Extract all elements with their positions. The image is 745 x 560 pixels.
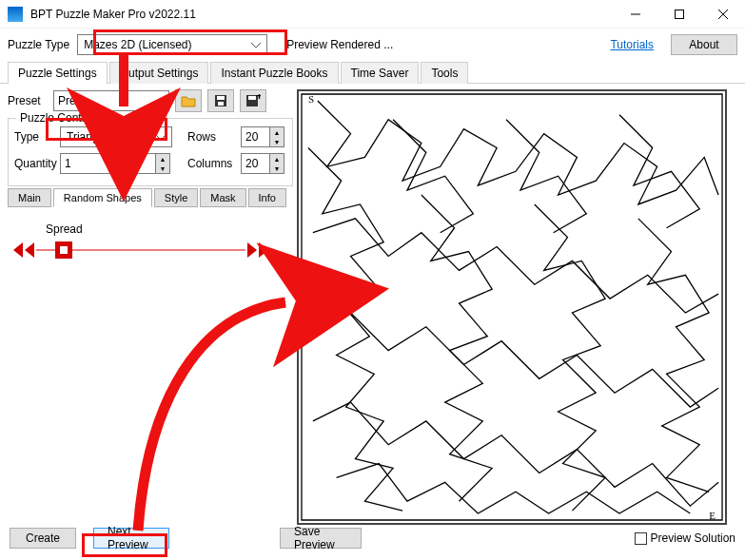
tutorials-link[interactable]: Tutorials: [610, 38, 654, 51]
maze-svg: [299, 91, 725, 523]
rows-spinner[interactable]: ▲▼: [241, 126, 284, 147]
svg-rect-1: [676, 10, 684, 18]
maze-end-label: E: [709, 510, 716, 521]
main-tabstrip: Puzzle Settings Output Settings Instant …: [0, 61, 745, 84]
puzzle-control-group: Puzzle Control Type Triangulation Rows ▲…: [8, 118, 293, 186]
spread-slider[interactable]: [8, 236, 274, 264]
svg-rect-5: [217, 96, 225, 100]
puzzle-type-label: Puzzle Type: [8, 38, 69, 51]
maze-preview: S E: [297, 89, 727, 525]
up-arrow-icon[interactable]: ▲: [270, 127, 284, 137]
next-preview-button[interactable]: Next Preview: [93, 528, 169, 549]
quantity-spinner[interactable]: ▲▼: [60, 153, 172, 174]
chevron-down-icon: [156, 130, 166, 144]
folder-icon: [181, 94, 196, 107]
down-arrow-icon[interactable]: ▼: [270, 137, 284, 146]
subtab-info[interactable]: Info: [248, 188, 286, 207]
up-arrow-icon[interactable]: ▲: [270, 154, 284, 164]
sub-tabstrip: Main Random Shapes Style Mask Info: [8, 188, 293, 207]
maze-start-label: S: [308, 93, 314, 105]
save-preset-button[interactable]: [207, 89, 234, 112]
tab-output-settings[interactable]: Output Settings: [109, 62, 209, 84]
close-button[interactable]: [701, 0, 745, 28]
subtab-random-shapes[interactable]: Random Shapes: [53, 188, 152, 207]
down-arrow-icon[interactable]: ▼: [156, 164, 169, 173]
preview-status-label: Preview Rendered ...: [286, 38, 393, 51]
window-title: BPT Puzzle Maker Pro v2022.11: [30, 8, 614, 21]
save-plus-icon: +: [245, 94, 261, 107]
type-value: Triangulation: [67, 130, 132, 144]
columns-spinner[interactable]: ▲▼: [241, 153, 284, 174]
down-arrow-icon[interactable]: ▼: [270, 164, 284, 173]
preview-solution-checkbox[interactable]: Preview Solution: [635, 531, 735, 545]
svg-rect-8: [248, 96, 256, 100]
columns-label: Columns: [187, 157, 235, 170]
maximize-button[interactable]: [657, 0, 701, 28]
puzzle-control-legend: Puzzle Control: [16, 111, 98, 125]
save-as-preset-button[interactable]: +: [240, 89, 266, 112]
puzzle-type-value: Mazes 2D (Licensed): [84, 38, 191, 51]
svg-text:+: +: [256, 94, 261, 103]
puzzle-type-combo[interactable]: Mazes 2D (Licensed): [77, 34, 267, 55]
type-combo[interactable]: Triangulation: [60, 126, 172, 147]
fast-left-icon[interactable]: [13, 242, 23, 258]
spread-label: Spread: [8, 222, 293, 236]
quantity-label: Quantity: [14, 157, 54, 170]
svg-rect-11: [60, 246, 68, 254]
left-icon[interactable]: [25, 242, 34, 258]
type-label: Type: [14, 130, 54, 144]
fast-right-icon[interactable]: [259, 242, 268, 258]
save-preview-button[interactable]: Save Preview: [280, 528, 362, 549]
up-arrow-icon[interactable]: ▲: [156, 154, 169, 164]
tab-time-saver[interactable]: Time Saver: [341, 62, 420, 84]
create-button[interactable]: Create: [10, 528, 76, 549]
preview-solution-label: Preview Solution: [651, 531, 735, 545]
subtab-mask[interactable]: Mask: [200, 188, 245, 207]
rows-value[interactable]: [241, 126, 269, 147]
tab-instant-puzzle-books[interactable]: Instant Puzzle Books: [210, 62, 338, 84]
columns-value[interactable]: [241, 153, 269, 174]
right-icon[interactable]: [247, 242, 257, 258]
preset-input[interactable]: [53, 90, 169, 111]
save-icon: [214, 94, 227, 107]
svg-rect-6: [218, 102, 224, 106]
open-preset-button[interactable]: [175, 89, 202, 112]
rows-label: Rows: [187, 130, 235, 144]
quantity-value[interactable]: [60, 153, 155, 174]
minimize-button[interactable]: [614, 0, 657, 28]
tab-tools[interactable]: Tools: [421, 62, 468, 84]
tab-puzzle-settings[interactable]: Puzzle Settings: [8, 62, 108, 84]
about-button[interactable]: About: [671, 34, 737, 55]
subtab-style[interactable]: Style: [154, 188, 198, 207]
chevron-down-icon: [251, 38, 261, 51]
preset-label: Preset: [8, 94, 48, 107]
app-icon: [8, 7, 23, 22]
checkbox-box[interactable]: [635, 532, 647, 545]
subtab-main[interactable]: Main: [8, 188, 51, 207]
